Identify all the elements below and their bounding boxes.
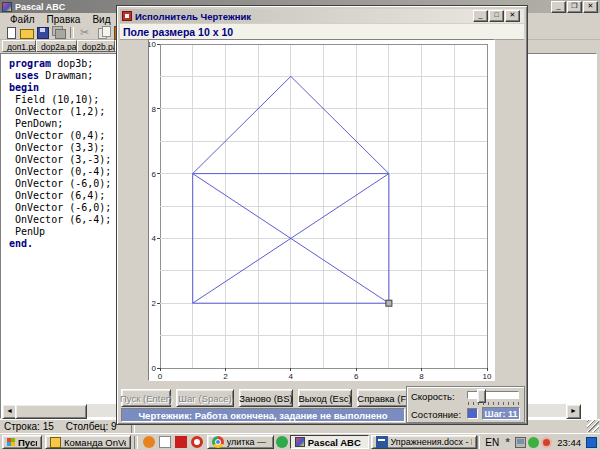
axis-tick-label: 6: [152, 170, 157, 179]
chrome-icon: [212, 436, 224, 448]
code-line: OnVector (0,-4);: [9, 166, 111, 178]
axis-tick-label: 6: [354, 372, 359, 380]
tab-dop1[interactable]: доп1.pas: [2, 40, 36, 52]
restart-button[interactable]: Заново (BS): [239, 389, 293, 407]
green-app-icon[interactable]: [276, 436, 288, 448]
axis-tick-label: 10: [483, 372, 492, 380]
menu-file[interactable]: Файл: [4, 14, 41, 25]
messenger-icon[interactable]: [528, 437, 539, 448]
code-line: PenUp: [9, 226, 111, 238]
close-icon[interactable]: ✕: [583, 1, 598, 13]
executor-window[interactable]: Исполнитель Чертежник _ □ ✕ Поле размера…: [116, 5, 528, 425]
cut-icon[interactable]: ✂: [77, 26, 96, 39]
status-column: Столбец: 9: [66, 421, 117, 432]
executor-controls: Пуск (Enter) Шаг (Space) Заново (BS) Вых…: [121, 389, 415, 407]
axis-tick-label: 8: [419, 372, 424, 380]
axis-tick-label: 4: [289, 372, 294, 380]
task-command-onvector[interactable]: Команда OnVector: [45, 435, 131, 449]
step-counter: Шаг: 11: [482, 407, 520, 420]
code-area[interactable]: program dop3b; uses Drawman;begin Field …: [9, 58, 111, 250]
axis-tick-label: 0: [158, 372, 163, 380]
run-button[interactable]: Пуск (Enter): [121, 389, 171, 407]
executor-titlebar[interactable]: Исполнитель Чертежник _ □ ✕: [120, 9, 524, 23]
help-window-icon: [50, 437, 61, 448]
desktop: Pascal ABC _ ❐ ✕ Файл Правка Вид Програм…: [0, 0, 600, 450]
minimize-icon[interactable]: _: [551, 1, 566, 13]
code-line: OnVector (0,4);: [9, 130, 111, 142]
asterisk-icon[interactable]: *: [502, 437, 513, 448]
field-size-bar: Поле размера 10 x 10: [120, 24, 524, 40]
minimize-icon[interactable]: _: [473, 10, 488, 22]
state-indicator: [467, 408, 478, 419]
tab-dop2b[interactable]: dop2b.pas: [77, 40, 115, 52]
axis-tick-label: 10: [149, 40, 157, 49]
axis-tick-label: 0: [152, 364, 157, 373]
language-indicator[interactable]: EN: [483, 437, 501, 448]
clock: 23:44: [557, 437, 581, 448]
notes-icon[interactable]: [159, 436, 171, 448]
step-button[interactable]: Шаг (Space): [176, 389, 234, 407]
alert-icon[interactable]: [541, 437, 552, 448]
executor-title: Исполнитель Чертежник: [135, 11, 251, 22]
save-icon[interactable]: [35, 26, 51, 39]
axis-tick-label: 4: [152, 234, 157, 243]
drawing-canvas: 02468100246810: [149, 40, 494, 380]
task-browser[interactable]: улитка — Яндекс: на...: [207, 435, 274, 449]
close-icon[interactable]: ✕: [505, 10, 520, 22]
speed-state-panel: Скорость: Состояние: Шаг: 11: [406, 386, 525, 423]
code-line: program dop3b;: [9, 58, 111, 70]
axis-tick-label: 8: [152, 105, 157, 114]
resize-grip[interactable]: [587, 420, 599, 432]
slider-ticks: [468, 402, 520, 405]
drawing-field: 02468100246810: [148, 39, 495, 381]
acrobat-icon[interactable]: [175, 436, 187, 448]
toolbar-separator: [70, 27, 74, 38]
speed-slider-thumb[interactable]: [477, 389, 486, 403]
task-word-document[interactable]: Упражнения.docx - M...: [371, 435, 477, 449]
pascal-abc-icon: [295, 437, 305, 447]
open-file-icon[interactable]: [19, 26, 35, 39]
axis-tick-label: 2: [152, 299, 157, 308]
pascal-abc-icon: [2, 2, 12, 12]
taskbar-divider: [134, 436, 138, 449]
copy-icon[interactable]: [96, 26, 112, 39]
axis-tick-label: 2: [223, 372, 228, 380]
code-line: OnVector (3,3);: [9, 142, 111, 154]
state-label: Состояние:: [411, 409, 461, 420]
save-all-icon[interactable]: [51, 26, 67, 39]
opera-icon[interactable]: [191, 436, 203, 448]
code-line: OnVector (3,-3);: [9, 154, 111, 166]
executor-status-message: Чертежник: Работа окончена, задание не в…: [121, 408, 405, 422]
main-window-title: Pascal ABC: [15, 2, 65, 12]
code-line: uses Drawman;: [9, 70, 111, 82]
maximize-icon[interactable]: □: [489, 10, 504, 22]
windows-logo-icon: [7, 438, 15, 446]
tab-dop2a[interactable]: dop2a.pas: [36, 40, 77, 52]
scroll-right-icon[interactable]: ►: [566, 404, 581, 419]
drawing-segment: [193, 76, 291, 173]
code-line: begin: [9, 82, 111, 94]
restore-icon[interactable]: ❐: [567, 1, 582, 13]
computer-icon[interactable]: [515, 437, 526, 448]
status-line: Строка: 15: [4, 421, 54, 432]
field-size-label: Поле размера 10 x 10: [120, 26, 233, 38]
exit-button[interactable]: Выход (Esc): [298, 389, 352, 407]
code-line: OnVector (6,4);: [9, 190, 111, 202]
menu-edit[interactable]: Правка: [41, 14, 87, 25]
menu-view[interactable]: Вид: [86, 14, 116, 25]
display-icon[interactable]: [586, 437, 597, 448]
pen-marker: [386, 300, 392, 306]
code-line: OnVector (6,-4);: [9, 214, 111, 226]
speed-slider[interactable]: [467, 391, 519, 399]
new-file-icon[interactable]: [3, 26, 19, 39]
speed-label: Скорость:: [411, 391, 455, 402]
code-line: OnVector (-6,0);: [9, 202, 111, 214]
drawman-icon: [122, 11, 132, 21]
scrollbar-thumb[interactable]: [15, 404, 87, 419]
drawing-segment: [291, 76, 389, 173]
code-line: Field (10,10);: [9, 94, 111, 106]
orange-app-icon[interactable]: [143, 436, 155, 448]
start-button[interactable]: Пуск: [2, 435, 42, 449]
taskbar: Пуск Команда OnVector улитка — Яндекс: н…: [0, 433, 600, 450]
task-pascal-abc[interactable]: Pascal ABC: [290, 435, 369, 449]
